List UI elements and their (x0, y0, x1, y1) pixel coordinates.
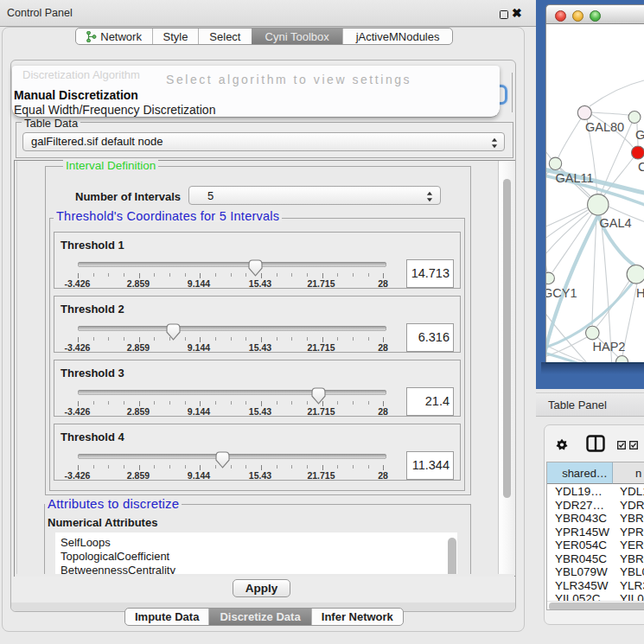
svg-text:C: C (638, 160, 644, 174)
svg-text:GAL80: GAL80 (585, 120, 624, 134)
svg-text:GCY1: GCY1 (546, 286, 577, 300)
svg-text:GAL4: GAL4 (600, 216, 632, 230)
svg-text:HAP2: HAP2 (593, 340, 626, 354)
svg-text:GA: GA (635, 128, 644, 142)
svg-text:H: H (636, 286, 644, 300)
svg-text:GAL11: GAL11 (556, 171, 594, 185)
